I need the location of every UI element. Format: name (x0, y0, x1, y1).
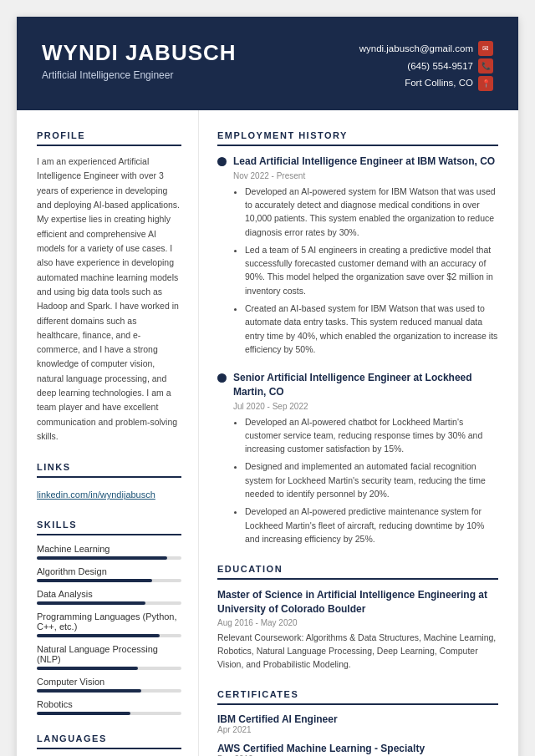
email-text: wyndi.jabusch@gmail.com (359, 40, 473, 58)
skills-list: Machine Learning Algorithm Design Data A… (37, 544, 181, 715)
cert-item: AWS Certified Machine Learning - Special… (217, 743, 498, 756)
skill-item: Robotics (37, 699, 181, 715)
skill-bar-fill (37, 689, 141, 693)
skill-name: Computer Vision (37, 677, 181, 687)
location-row: Fort Collins, CO 📍 (359, 74, 493, 92)
employment-section: EMPLOYMENT HISTORY Lead Artificial Intel… (217, 130, 498, 545)
skill-bar-fill (37, 579, 152, 582)
skill-bar-bg (37, 634, 181, 637)
location-text: Fort Collins, CO (405, 74, 473, 92)
skill-bar-fill (37, 667, 138, 670)
cert-name: AWS Certified Machine Learning - Special… (217, 743, 498, 754)
skill-bar-fill (37, 556, 167, 560)
edu-coursework: Relevant Coursework: Algorithms & Data S… (217, 631, 498, 672)
skill-bar-fill (37, 601, 145, 605)
right-column: EMPLOYMENT HISTORY Lead Artificial Intel… (199, 110, 518, 756)
job-bullet: Developed an AI-powered chatbot for Lock… (245, 415, 498, 456)
location-icon: 📍 (478, 76, 493, 91)
job-bullet: Designed and implemented an automated fa… (245, 459, 498, 500)
skill-item: Programming Languages (Python, C++, etc.… (37, 611, 181, 637)
languages-title: LANGUAGES (37, 733, 181, 749)
profile-text: I am an experienced Artificial Intellige… (37, 155, 181, 444)
skill-bar-fill (37, 634, 160, 637)
skill-name: Robotics (37, 699, 181, 709)
education-section: EDUCATION Master of Science in Artificia… (217, 564, 498, 671)
cert-date: Apr 2021 (217, 725, 498, 734)
skills-title: SKILLS (37, 520, 181, 535)
job-bullet: Developed an AI-powered system for IBM W… (245, 185, 498, 239)
skill-item: Computer Vision (37, 677, 181, 693)
cert-item: IBM Certified AI Engineer Apr 2021 (217, 713, 498, 734)
skill-name: Machine Learning (37, 544, 181, 554)
job-bullets: Developed an AI-powered system for IBM W… (233, 185, 498, 356)
links-title: LINKS (37, 462, 181, 478)
phone-icon: 📞 (478, 58, 493, 74)
certs-list: IBM Certified AI Engineer Apr 2021 AWS C… (217, 713, 498, 756)
body: PROFILE I am an experienced Artificial I… (17, 110, 518, 756)
certificates-title: CERTIFICATES (217, 689, 498, 705)
link-item[interactable]: linkedin.com/in/wyndijabusch (37, 486, 181, 501)
edu-degree: Master of Science in Artificial Intellig… (217, 588, 498, 616)
skill-name: Data Analysis (37, 589, 181, 599)
languages-section: LANGUAGES English (37, 733, 181, 756)
skills-section: SKILLS Machine Learning Algorithm Design… (37, 520, 181, 715)
skill-bar-fill (37, 712, 130, 715)
job-dot (217, 157, 227, 166)
phone-row: (645) 554-9517 📞 (359, 58, 493, 75)
candidate-title: Artificial Intelligence Engineer (42, 69, 237, 81)
skill-bar-bg (37, 601, 181, 605)
profile-title: PROFILE (37, 130, 181, 146)
jobs-list: Lead Artificial Intelligence Engineer at… (217, 155, 498, 545)
skill-name: Algorithm Design (37, 566, 181, 576)
left-column: PROFILE I am an experienced Artificial I… (17, 110, 199, 756)
skill-item: Machine Learning (37, 544, 181, 560)
job-header: Senior Artificial Intelligence Engineer … (217, 371, 498, 399)
email-icon: ✉ (478, 41, 493, 56)
resume-container: WYNDI JABUSCH Artificial Intelligence En… (17, 17, 518, 756)
skill-bar-bg (37, 579, 181, 582)
job-bullet: Led a team of 5 AI engineers in creating… (245, 243, 498, 297)
job-title: Lead Artificial Intelligence Engineer at… (233, 155, 495, 169)
phone-text: (645) 554-9517 (407, 58, 473, 75)
education-title: EDUCATION (217, 564, 498, 580)
header-right: wyndi.jabusch@gmail.com ✉ (645) 554-9517… (359, 40, 493, 92)
skill-bar-bg (37, 712, 181, 715)
profile-section: PROFILE I am an experienced Artificial I… (37, 130, 181, 444)
job-header: Lead Artificial Intelligence Engineer at… (217, 155, 498, 169)
job-bullets: Developed an AI-powered chatbot for Lock… (233, 415, 498, 545)
job-date: Jul 2020 - Sep 2022 (233, 402, 498, 411)
job-item: Lead Artificial Intelligence Engineer at… (217, 155, 498, 356)
skill-bar-bg (37, 556, 181, 560)
employment-title: EMPLOYMENT HISTORY (217, 130, 498, 146)
skill-item: Natural Language Processing (NLP) (37, 644, 181, 670)
job-title: Senior Artificial Intelligence Engineer … (233, 371, 498, 399)
job-bullet: Created an AI-based system for IBM Watso… (245, 302, 498, 356)
email-row: wyndi.jabusch@gmail.com ✉ (359, 40, 493, 58)
skill-bar-bg (37, 667, 181, 670)
skill-item: Data Analysis (37, 589, 181, 605)
certificates-section: CERTIFICATES IBM Certified AI Engineer A… (217, 689, 498, 756)
header: WYNDI JABUSCH Artificial Intelligence En… (17, 17, 518, 110)
skill-name: Programming Languages (Python, C++, etc.… (37, 611, 181, 632)
job-dot (217, 373, 227, 383)
cert-name: IBM Certified AI Engineer (217, 713, 498, 725)
skill-name: Natural Language Processing (NLP) (37, 644, 181, 664)
edu-date: Aug 2016 - May 2020 (217, 618, 498, 627)
job-item: Senior Artificial Intelligence Engineer … (217, 371, 498, 545)
header-left: WYNDI JABUSCH Artificial Intelligence En… (42, 40, 237, 81)
links-section: LINKS linkedin.com/in/wyndijabusch (37, 462, 181, 501)
skill-bar-bg (37, 689, 181, 693)
candidate-name: WYNDI JABUSCH (42, 40, 237, 66)
linkedin-link[interactable]: linkedin.com/in/wyndijabusch (37, 490, 155, 500)
job-bullet: Developed an AI-powered predictive maint… (245, 505, 498, 545)
job-date: Nov 2022 - Present (233, 171, 498, 180)
skill-item: Algorithm Design (37, 566, 181, 582)
